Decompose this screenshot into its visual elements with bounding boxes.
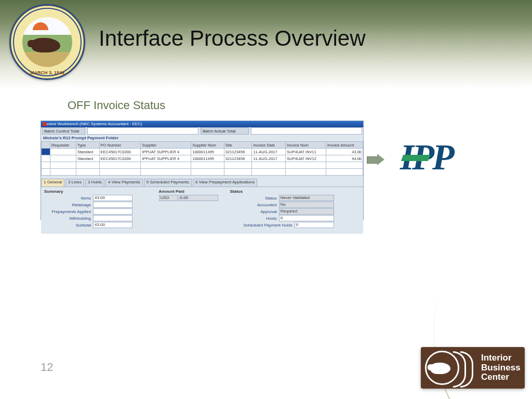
col-invoice-date: Invoice Date: [252, 142, 286, 149]
amount-paid-currency: USD: [159, 195, 178, 201]
tab-lines: 2 Lines: [65, 179, 84, 187]
ibc-text: Interior Business Center: [481, 353, 521, 382]
window-title: Invoice Workbench (NBC Systems Accountan…: [43, 122, 142, 126]
summary-withhold: [93, 215, 132, 221]
tab-general: 1 General: [41, 179, 64, 187]
col-supplier-num: Supplier Num: [191, 142, 224, 149]
tab-holds: 3 Holds: [85, 179, 104, 187]
summary-items: 43.00: [93, 195, 132, 201]
invoice-workbench-screenshot: Invoice Workbench (NBC Systems Accountan…: [41, 121, 364, 220]
batch-actual-label: Batch Actual Total: [201, 127, 249, 135]
invoice-table: Requester Type PO Number Supplier Suppli…: [41, 141, 363, 176]
ipp-slash-icon: [401, 155, 430, 161]
status-value: Never Validated: [279, 195, 334, 201]
summary-retainage: [93, 202, 132, 208]
sched-holds-value: 0: [295, 222, 334, 228]
col-requester: Requester: [50, 142, 76, 149]
tab-view-payments: 4 View Payments: [105, 179, 143, 187]
amount-paid-heading: Amount Paid: [159, 189, 224, 194]
detail-tabs: 1 General 2 Lines 3 Holds 4 View Payment…: [41, 179, 363, 187]
batch-control-field: [87, 127, 198, 135]
doi-seal-icon: MARCH 3, 1849: [9, 4, 85, 80]
folder-name: Michele's R12 Prompt Payment Folder: [41, 135, 363, 141]
page-number: 12: [41, 361, 53, 374]
batch-actual-field: [251, 127, 362, 135]
slide-subtitle: OFF Invoice Status: [68, 99, 165, 112]
col-invoice-num: Invoice Num: [286, 142, 326, 149]
amount-paid-value: 0.00: [179, 195, 218, 201]
detail-panel: Summary Items43.00 Retainage Prepayments…: [41, 187, 363, 234]
slide-title: Interface Process Overview: [99, 26, 366, 51]
approval-value: Required: [279, 208, 334, 215]
tab-scheduled-payments: 5 Scheduled Payments: [144, 179, 192, 187]
summary-subtotal: 43.00: [93, 222, 132, 228]
status-heading: Status: [230, 189, 360, 194]
ibc-logo: Interior Business Center: [421, 347, 525, 389]
accounted-value: No: [279, 202, 334, 208]
table-row: Standard EEC45017C0200 IPPUAT SUPPLIER 4…: [42, 155, 363, 162]
ipp-logo: IPP: [400, 139, 514, 176]
tab-prepayment: 6 View Prepayment Applications: [193, 179, 257, 187]
summary-prepay: [93, 208, 132, 215]
col-po: PO Number: [99, 142, 141, 149]
col-amount: Invoice Amount: [326, 142, 363, 149]
arrow-right-icon: [367, 154, 385, 165]
arcs-icon: [453, 351, 484, 384]
table-row: Standard EEC45017C0200 IPPUAT SUPPLIER 4…: [42, 149, 363, 155]
slide: MARCH 3, 1849 Interface Process Overview…: [0, 0, 532, 399]
col-type: Type: [76, 142, 99, 149]
summary-heading: Summary: [44, 189, 153, 194]
col-supplier: Supplier: [141, 142, 191, 149]
close-icon: [43, 122, 47, 126]
holds-value: 0: [279, 215, 334, 221]
window-titlebar: Invoice Workbench (NBC Systems Accountan…: [41, 121, 363, 127]
col-site: Site: [224, 142, 252, 149]
seal-date: MARCH 3, 1849: [11, 70, 84, 75]
batch-control-label: Batch Control Total: [42, 127, 85, 135]
